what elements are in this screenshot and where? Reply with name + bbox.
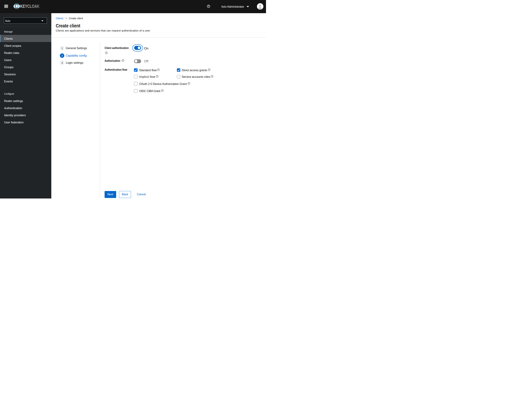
svg-text:?: ? (158, 69, 159, 71)
svg-text:?: ? (188, 82, 189, 84)
svg-text:?: ? (106, 52, 107, 54)
svg-text:KEYCLOAK: KEYCLOAK (20, 4, 39, 9)
svg-text:?: ? (209, 69, 210, 71)
svg-text:?: ? (211, 75, 213, 77)
svg-text:?: ? (208, 5, 209, 7)
svg-text:?: ? (122, 59, 123, 62)
svg-text:?: ? (162, 90, 163, 92)
svg-text:?: ? (157, 75, 158, 77)
